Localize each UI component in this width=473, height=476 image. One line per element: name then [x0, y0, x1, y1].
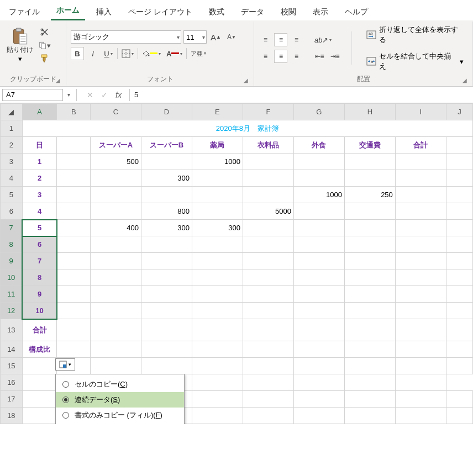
cell[interactable]	[293, 341, 344, 358]
cell[interactable]	[141, 187, 192, 203]
cell[interactable]	[243, 391, 293, 408]
menu-item-0[interactable]: ファイル	[3, 4, 45, 20]
phonetic-button[interactable]: ア亜▾	[189, 47, 208, 60]
row-header[interactable]: 7	[1, 220, 23, 236]
font-name-combo[interactable]	[71, 30, 181, 44]
merge-center-button[interactable]: a セルを結合して中央揃え ▾	[362, 50, 468, 72]
col-header-D[interactable]: D	[141, 104, 192, 120]
cell[interactable]: 10	[22, 303, 57, 319]
cell[interactable]	[344, 341, 395, 358]
cell[interactable]: 合計	[22, 319, 57, 341]
cell[interactable]	[395, 358, 446, 374]
cell[interactable]	[446, 170, 472, 187]
cell[interactable]	[243, 408, 293, 424]
cell[interactable]	[91, 253, 141, 269]
cell[interactable]: 800	[141, 203, 192, 220]
row-header[interactable]: 1	[1, 120, 23, 137]
cell[interactable]	[293, 319, 344, 341]
select-all-corner[interactable]: ◢	[1, 104, 23, 120]
cell[interactable]	[141, 286, 192, 303]
cancel-formula-button[interactable]: ✕	[87, 91, 93, 99]
row-header[interactable]: 17	[1, 391, 23, 408]
cell[interactable]	[446, 154, 472, 170]
copy-button[interactable]: ▾	[39, 39, 51, 51]
cell[interactable]	[395, 170, 446, 187]
cell[interactable]	[243, 170, 293, 187]
row-header[interactable]: 2	[1, 137, 23, 154]
cell[interactable]	[141, 253, 192, 269]
cell[interactable]	[446, 408, 472, 424]
cell[interactable]	[293, 203, 344, 220]
cell[interactable]	[395, 391, 446, 408]
cell[interactable]	[344, 303, 395, 319]
cell[interactable]	[293, 303, 344, 319]
cell[interactable]: 8	[22, 269, 57, 286]
col-header-C[interactable]: C	[91, 104, 141, 120]
chevron-down-icon[interactable]: ▾	[63, 92, 74, 98]
col-header-J[interactable]: J	[446, 104, 472, 120]
cell[interactable]	[395, 286, 446, 303]
cell[interactable]	[141, 303, 192, 319]
cell[interactable]	[395, 220, 446, 236]
row-header[interactable]: 13	[1, 319, 23, 341]
cell[interactable]	[446, 187, 472, 203]
cell[interactable]	[57, 319, 91, 341]
cell[interactable]	[22, 374, 57, 391]
menu-item-1[interactable]: ホーム	[51, 2, 85, 20]
cell[interactable]	[344, 203, 395, 220]
cell[interactable]	[192, 319, 243, 341]
align-bottom-button[interactable]: ≡	[290, 33, 303, 46]
col-header-G[interactable]: G	[293, 104, 344, 120]
cell[interactable]	[243, 303, 293, 319]
cell[interactable]	[192, 253, 243, 269]
cell[interactable]	[141, 154, 192, 170]
cell[interactable]	[57, 236, 91, 253]
cell[interactable]	[22, 391, 57, 408]
autofill-option-0[interactable]: セルのコピー(C)	[56, 377, 184, 392]
cell[interactable]	[57, 269, 91, 286]
row-header[interactable]: 5	[1, 187, 23, 203]
cell[interactable]	[243, 374, 293, 391]
cell[interactable]	[192, 408, 243, 424]
cell[interactable]	[192, 286, 243, 303]
cell[interactable]	[57, 187, 91, 203]
cell[interactable]: 1000	[192, 154, 243, 170]
cell[interactable]	[395, 203, 446, 220]
dialog-launcher-icon[interactable]: ◢	[243, 77, 249, 84]
cell[interactable]	[344, 253, 395, 269]
cell[interactable]	[446, 391, 472, 408]
cell[interactable]	[344, 269, 395, 286]
underline-button[interactable]: U▾	[102, 47, 115, 60]
cell[interactable]	[446, 319, 472, 341]
increase-font-button[interactable]: A▲	[209, 30, 223, 44]
cell[interactable]: 交通費	[344, 137, 395, 154]
align-middle-button[interactable]: ≡	[274, 33, 287, 46]
cell[interactable]	[293, 358, 344, 374]
cell[interactable]	[57, 137, 91, 154]
cell[interactable]	[395, 253, 446, 269]
cell[interactable]	[57, 154, 91, 170]
row-header[interactable]: 4	[1, 170, 23, 187]
cell[interactable]	[192, 269, 243, 286]
cell[interactable]: 1000	[293, 187, 344, 203]
cell[interactable]	[141, 319, 192, 341]
cell[interactable]: 500	[91, 154, 141, 170]
cell[interactable]	[141, 269, 192, 286]
cell[interactable]	[22, 408, 57, 424]
dialog-launcher-icon[interactable]: ◢	[55, 77, 61, 84]
cell[interactable]	[91, 187, 141, 203]
cell[interactable]	[243, 341, 293, 358]
cell[interactable]	[57, 303, 91, 319]
cell[interactable]: 構成比	[22, 341, 57, 358]
formula-bar-value[interactable]: 5	[130, 91, 143, 99]
cell[interactable]	[344, 391, 395, 408]
cell-active[interactable]: 5	[22, 220, 57, 236]
increase-indent-button[interactable]: ⇥≡	[328, 50, 341, 63]
cell[interactable]	[91, 286, 141, 303]
name-box[interactable]	[2, 89, 63, 101]
cell[interactable]	[192, 391, 243, 408]
wrap-text-button[interactable]: ab 折り返して全体を表示する	[362, 24, 468, 46]
dialog-launcher-icon[interactable]: ◢	[461, 77, 468, 84]
menu-item-3[interactable]: ページ レイアウト	[123, 4, 198, 20]
cell[interactable]	[344, 374, 395, 391]
